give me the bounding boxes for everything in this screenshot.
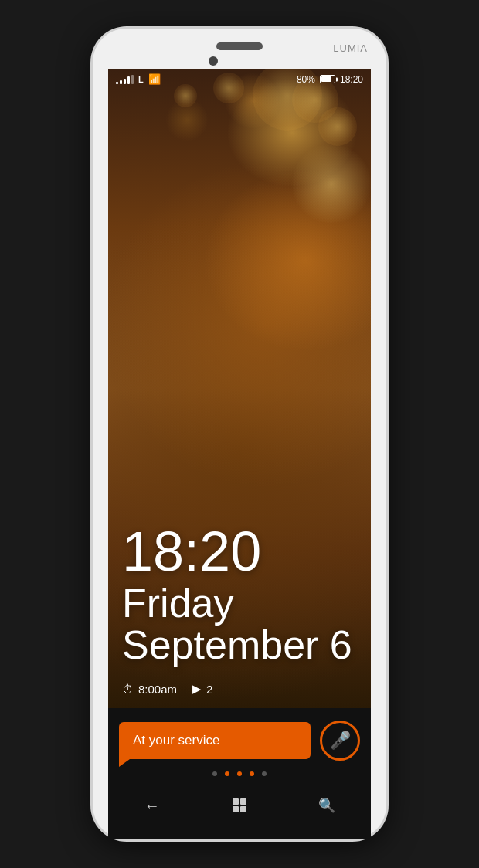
brand-label: LUMIA xyxy=(333,42,368,54)
clock-day: Friday xyxy=(122,582,357,625)
battery-percent: 80% xyxy=(297,74,315,85)
clock-date: September 6 xyxy=(122,624,357,666)
power-button[interactable] xyxy=(90,183,93,229)
battery-fill xyxy=(321,76,331,82)
status-left: L 📶 xyxy=(116,73,161,85)
back-button[interactable]: ← xyxy=(133,790,172,821)
notifications: ⏱ 8:00am ▶ 2 xyxy=(122,682,357,696)
home-button[interactable] xyxy=(220,790,259,821)
dot-5[interactable] xyxy=(262,771,267,776)
cortana-bubble[interactable]: At your service xyxy=(119,722,311,759)
microphone-icon: 🎤 xyxy=(330,731,351,751)
alarm-time: 8:00am xyxy=(138,683,177,696)
search-icon: 🔍 xyxy=(318,797,335,814)
battery-icon xyxy=(320,75,335,83)
alarm-notification: ⏱ 8:00am xyxy=(122,683,177,696)
win-sq-3 xyxy=(233,806,239,812)
status-right: 80% 18:20 xyxy=(297,74,363,85)
signal-bar-4 xyxy=(127,76,130,84)
phone-top-bar: LUMIA xyxy=(93,29,386,69)
phone-device: LUMIA L 📶 80% xyxy=(93,29,386,839)
network-label: L xyxy=(138,75,144,84)
front-camera xyxy=(209,56,218,66)
camera-button[interactable] xyxy=(386,229,389,253)
dot-3[interactable] xyxy=(237,771,242,776)
message-icon: ▶ xyxy=(192,682,202,696)
message-notification: ▶ 2 xyxy=(192,682,212,696)
win-sq-1 xyxy=(233,798,239,805)
cortana-text: At your service xyxy=(133,733,219,748)
dot-1[interactable] xyxy=(212,771,217,776)
win-sq-4 xyxy=(240,806,246,812)
cortana-mic-button[interactable]: 🎤 xyxy=(320,721,360,761)
alarm-icon: ⏱ xyxy=(122,683,134,696)
signal-bar-1 xyxy=(116,82,118,84)
windows-icon xyxy=(233,798,246,812)
phone-top-center xyxy=(216,42,263,50)
message-count: 2 xyxy=(206,683,212,696)
main-content: 18:20 Friday September 6 ⏱ 8:00am ▶ 2 xyxy=(108,88,371,708)
page-dots xyxy=(119,768,360,779)
dot-4[interactable] xyxy=(250,771,254,776)
dot-2[interactable] xyxy=(225,771,229,776)
signal-bar-2 xyxy=(120,80,122,84)
signal-bar-5 xyxy=(131,75,134,84)
search-button[interactable]: 🔍 xyxy=(307,790,346,821)
back-icon: ← xyxy=(144,797,160,815)
signal-bars xyxy=(116,75,134,84)
volume-button[interactable] xyxy=(386,168,389,206)
win-sq-2 xyxy=(240,798,246,805)
phone-screen: L 📶 80% 18:20 18:20 Friday September 6 ⏱ xyxy=(108,69,371,708)
wifi-icon: 📶 xyxy=(148,73,161,85)
bottom-spacer xyxy=(108,827,371,839)
nav-bar: ← 🔍 xyxy=(108,787,371,827)
signal-bar-3 xyxy=(124,79,126,84)
bottom-area: At your service 🎤 xyxy=(108,708,371,787)
status-bar: L 📶 80% 18:20 xyxy=(108,69,371,88)
phone-speaker xyxy=(216,42,263,50)
status-time: 18:20 xyxy=(340,74,363,85)
clock-time: 18:20 xyxy=(122,524,357,579)
cortana-bar[interactable]: At your service 🎤 xyxy=(119,721,360,761)
battery-container xyxy=(320,75,335,83)
